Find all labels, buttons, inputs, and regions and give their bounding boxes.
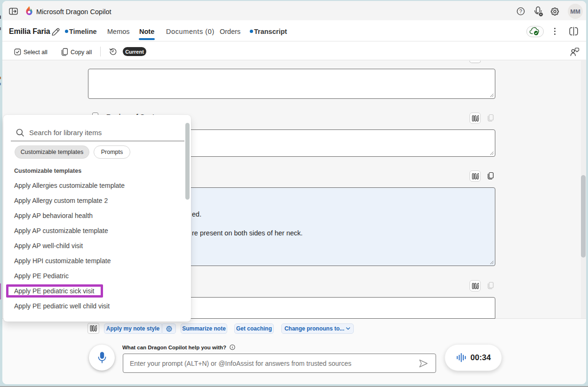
svg-text:?: ? xyxy=(519,8,522,14)
